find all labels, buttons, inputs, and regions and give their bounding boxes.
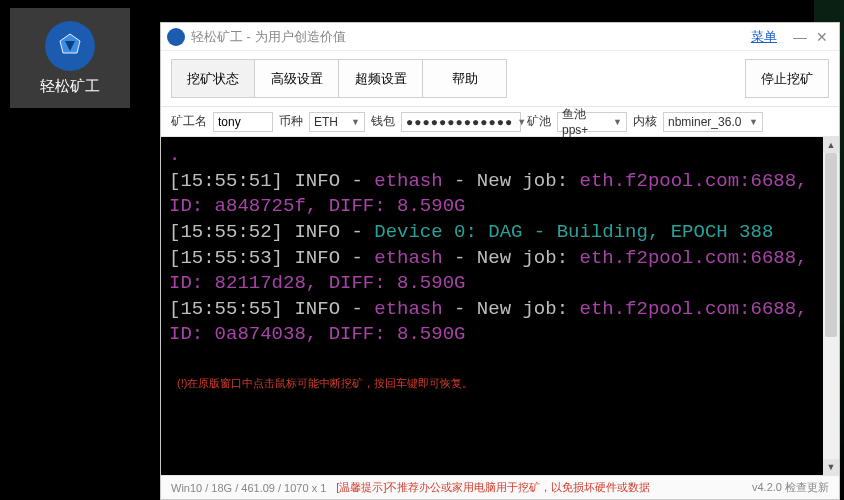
core-label: 内核 (633, 113, 657, 130)
wallet-label: 钱包 (371, 113, 395, 130)
pool-label: 矿池 (527, 113, 551, 130)
log-output[interactable]: . [15:55:51] INFO - ethash - New job: et… (161, 137, 823, 475)
tab-help[interactable]: 帮助 (423, 59, 507, 98)
desktop-shortcut[interactable]: 轻松矿工 (10, 8, 130, 108)
core-select-value: nbminer_36.0 (668, 115, 741, 129)
pool-select-value: 鱼池pps+ (562, 106, 609, 137)
chevron-down-icon: ▼ (749, 117, 758, 127)
status-warning: [温馨提示]不推荐办公或家用电脑用于挖矿，以免损坏硬件或数据 (336, 480, 650, 495)
tab-advanced[interactable]: 高级设置 (255, 59, 339, 98)
minimize-button[interactable]: — (789, 29, 811, 45)
log-panel: . [15:55:51] INFO - ethash - New job: et… (161, 137, 839, 475)
close-button[interactable]: ✕ (811, 29, 833, 45)
menu-link[interactable]: 菜单 (751, 28, 777, 46)
wallet-select-value: ●●●●●●●●●●●●● (406, 115, 513, 129)
coin-select-value: ETH (314, 115, 338, 129)
scroll-down-button[interactable]: ▼ (823, 459, 839, 475)
coin-select[interactable]: ETH ▼ (309, 112, 365, 132)
scroll-up-button[interactable]: ▲ (823, 137, 839, 153)
stop-mining-button[interactable]: 停止挖矿 (745, 59, 829, 98)
titlebar: 轻松矿工 - 为用户创造价值 菜单 — ✕ (161, 23, 839, 51)
core-select[interactable]: nbminer_36.0 ▼ (663, 112, 763, 132)
terminal-note: (!)在原版窗口中点击鼠标可能中断挖矿，按回车键即可恢复。 (169, 374, 815, 393)
chevron-down-icon: ▼ (517, 117, 527, 127)
scroll-thumb[interactable] (825, 153, 837, 337)
wallet-select[interactable]: ●●●●●●●●●●●●● ▼ (401, 112, 521, 132)
desktop-shortcut-label: 轻松矿工 (40, 77, 100, 96)
chevron-down-icon: ▼ (351, 117, 360, 127)
scrollbar[interactable]: ▲ ▼ (823, 137, 839, 475)
miner-name-input[interactable] (213, 112, 273, 132)
scroll-track[interactable] (823, 153, 839, 459)
statusbar: Win10 / 18G / 461.09 / 1070 x 1 [温馨提示]不推… (161, 475, 839, 499)
miner-name-label: 矿工名 (171, 113, 207, 130)
config-row: 矿工名 币种 ETH ▼ 钱包 ●●●●●●●●●●●●● ▼ 矿池 鱼池pps… (161, 107, 839, 137)
tab-overclock[interactable]: 超频设置 (339, 59, 423, 98)
pool-select[interactable]: 鱼池pps+ ▼ (557, 112, 627, 132)
window-title: 轻松矿工 - 为用户创造价值 (191, 28, 346, 46)
version-check-link[interactable]: v4.2.0 检查更新 (752, 480, 829, 495)
app-logo-icon (167, 28, 185, 46)
chevron-down-icon: ▼ (613, 117, 622, 127)
tab-mining-status[interactable]: 挖矿状态 (171, 59, 255, 98)
system-info: Win10 / 18G / 461.09 / 1070 x 1 (171, 482, 326, 494)
main-window: 轻松矿工 - 为用户创造价值 菜单 — ✕ 挖矿状态 高级设置 超频设置 帮助 … (160, 22, 840, 500)
app-icon (45, 21, 95, 71)
toolbar: 挖矿状态 高级设置 超频设置 帮助 停止挖矿 (161, 51, 839, 107)
coin-label: 币种 (279, 113, 303, 130)
